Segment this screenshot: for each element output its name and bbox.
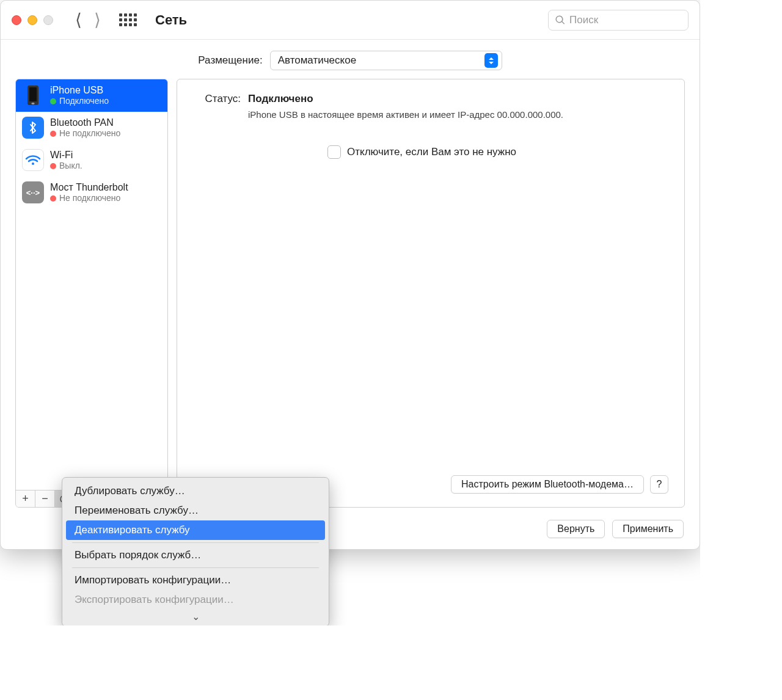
service-actions-menu: Дублировать службу… Переименовать службу… [62,477,329,625]
bluetooth-icon [22,117,44,139]
service-name: iPhone USB [50,84,109,96]
sidebar-item-bluetooth-pan[interactable]: Bluetooth PAN Не подключено [16,112,167,144]
service-status: Выкл. [59,161,82,171]
search-icon [555,15,566,26]
search-placeholder: Поиск [569,14,598,26]
menu-scroll-down-icon[interactable]: ⌄ [66,610,325,622]
all-prefs-icon[interactable] [119,13,137,26]
menu-set-service-order[interactable]: Выбрать порядок служб… [66,545,325,565]
search-input[interactable]: Поиск [548,10,689,31]
menu-rename-service[interactable]: Переименовать службу… [66,501,325,520]
menu-import-configurations[interactable]: Импортировать конфигурации… [66,571,325,590]
revert-button[interactable]: Вернуть [547,520,605,538]
main-row: iPhone USB Подключено Bluetooth PAN Не п… [15,79,685,508]
forward-button: ⟩ [94,10,101,30]
checkbox-label: Отключите, если Вам это не нужно [347,146,516,158]
content-area: Размещение: Автоматическое iPhone USB По… [1,40,700,549]
service-status: Подключено [59,96,109,106]
nav-arrows: ⟨ ⟩ [75,10,101,30]
status-dot-icon [50,98,56,104]
traffic-lights [12,15,53,25]
service-name: Bluetooth PAN [50,117,120,128]
disable-when-unneeded-row: Отключите, если Вам это не нужно [327,145,668,159]
service-name: Мост Thunderbolt [50,181,128,193]
service-name: Wi-Fi [50,149,82,161]
service-detail: Статус: Подключено iPhone USB в настояще… [177,79,685,508]
menu-deactivate-service[interactable]: Деактивировать службу [66,520,325,540]
svg-point-0 [32,162,34,165]
sidebar-item-wifi[interactable]: Wi-Fi Выкл. [16,144,167,177]
status-dot-icon [50,163,56,169]
configure-bluetooth-button[interactable]: Настроить режим Bluetooth-модема… [451,475,644,494]
location-value: Автоматическое [278,54,356,67]
phone-icon [22,84,44,106]
menu-separator [72,567,319,568]
thunderbolt-bridge-icon: <··> [22,181,44,203]
location-label: Размещение: [198,54,262,67]
status-value: Подключено [248,93,668,105]
sidebar-item-thunderbolt-bridge[interactable]: <··> Мост Thunderbolt Не подключено [16,177,167,209]
wifi-icon [22,149,44,171]
status-dot-icon [50,131,56,137]
service-list: iPhone USB Подключено Bluetooth PAN Не п… [16,79,167,490]
status-dot-icon [50,195,56,202]
add-service-button[interactable]: + [16,490,35,507]
menu-duplicate-service[interactable]: Дублировать службу… [66,481,325,501]
disable-when-unneeded-checkbox[interactable] [327,145,341,159]
network-prefs-window: ⟨ ⟩ Сеть Поиск Размещение: Автоматическо… [0,0,700,550]
menu-export-configurations: Экспортировать конфигурации… [66,590,325,610]
location-row: Размещение: Автоматическое [15,51,685,70]
close-icon[interactable] [12,15,21,25]
service-sidebar: iPhone USB Подключено Bluetooth PAN Не п… [15,79,168,508]
status-desc: iPhone USB в настоящее время активен и и… [248,109,668,121]
minimize-icon[interactable] [27,15,37,25]
status-label: Статус: [193,93,241,105]
menu-separator [72,542,319,543]
location-select[interactable]: Автоматическое [270,51,502,70]
apply-button[interactable]: Применить [612,520,684,538]
select-arrows-icon [484,53,498,68]
service-status: Не подключено [59,128,120,139]
help-button[interactable]: ? [650,475,668,494]
service-status: Не подключено [59,193,120,203]
toolbar: ⟨ ⟩ Сеть Поиск [1,1,700,40]
sidebar-item-iphone-usb[interactable]: iPhone USB Подключено [16,79,167,112]
remove-service-button[interactable]: − [35,490,55,507]
back-button[interactable]: ⟨ [75,10,82,30]
zoom-icon [43,15,53,25]
page-title: Сеть [155,12,187,28]
